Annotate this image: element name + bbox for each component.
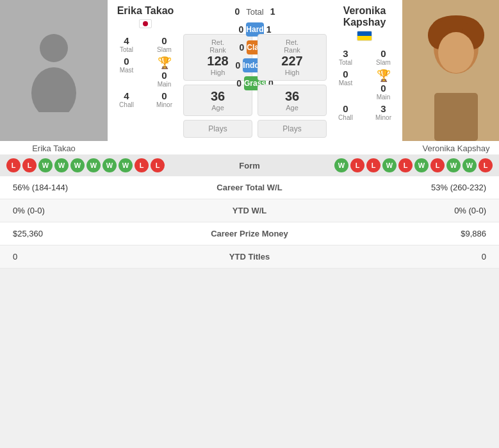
bottom-center-label-2: Career Prize Money xyxy=(186,229,314,238)
left-player-flag xyxy=(139,19,152,28)
bottom-left-val-3: 0 xyxy=(13,252,186,261)
left-age-box: 36 Age xyxy=(183,85,252,116)
right-form-badges: WLLWLWLWWL xyxy=(273,158,493,172)
left-trophy-icon: 🏆 xyxy=(158,56,172,70)
left-minor-stat: 0 Minor xyxy=(148,90,181,108)
left-total-stat: 4 Total xyxy=(110,35,143,53)
right-trophy-icon: 🏆 xyxy=(377,69,391,83)
form-badge-w: W xyxy=(102,158,117,172)
right-rank-high-label: High xyxy=(258,69,326,76)
form-label: Form xyxy=(231,161,269,170)
right-plays-box: Plays xyxy=(258,120,327,138)
form-badge-w: W xyxy=(382,158,397,172)
form-badge-l: L xyxy=(350,158,364,172)
svg-rect-8 xyxy=(434,93,478,141)
left-chall-stat: 4 Chall xyxy=(110,90,143,108)
bottom-right-val-2: $9,886 xyxy=(314,229,487,238)
center-matchup: 0 Total 1 0 Hard 1 0 Clay 0 0 Indoor 0 0 xyxy=(252,0,258,99)
hard-left-score: 0 xyxy=(239,24,244,35)
left-mast-stat: 0 Mast xyxy=(110,56,143,88)
right-player-flag xyxy=(357,31,372,41)
form-badge-l: L xyxy=(366,158,380,172)
right-chall-stat: 0 Chall xyxy=(329,103,362,121)
bottom-right-val-1: 0% (0-0) xyxy=(314,206,487,215)
right-age-box: 36 Age xyxy=(258,85,327,116)
left-rank-high-label: High xyxy=(184,69,252,76)
right-rank-value: 227 xyxy=(258,54,326,69)
bottom-right-val-0: 53% (260-232) xyxy=(314,183,487,192)
right-player-photo-name: Veronika Kapshay xyxy=(423,144,490,153)
form-badge-l: L xyxy=(151,158,165,172)
right-player-name: Veronika Kapshay xyxy=(329,5,400,28)
left-player-name: Erika Takao xyxy=(117,5,174,17)
main-container: Erika Takao Erika Takao 4 Total 0 Slam xyxy=(0,0,499,269)
right-rank-box: Ret. Rank 227 High xyxy=(258,34,327,81)
right-age-label: Age xyxy=(258,104,326,112)
bottom-stats: 56% (184-144)Career Total W/L53% (260-23… xyxy=(0,176,499,269)
svg-point-0 xyxy=(40,34,68,62)
form-badge-w: W xyxy=(70,158,85,172)
bottom-left-val-0: 56% (184-144) xyxy=(13,183,186,192)
form-badge-w: W xyxy=(54,158,69,172)
form-badge-w: W xyxy=(38,158,53,172)
form-badge-w: W xyxy=(462,158,477,172)
form-badge-l: L xyxy=(6,158,20,172)
left-player-photo-name: Erika Takao xyxy=(32,144,76,153)
form-badge-w: W xyxy=(414,158,429,172)
form-badge-w: W xyxy=(86,158,101,172)
form-section: LLWWWWWWLL Form WLLWLWLWWL xyxy=(0,154,499,176)
indoor-left-score: 0 xyxy=(236,60,241,71)
left-slam-stat: 0 Slam xyxy=(148,35,181,53)
right-info-boxes: Ret. Rank 227 High 36 Age Plays xyxy=(258,0,327,145)
left-age-value: 36 xyxy=(184,89,252,104)
form-badge-w: W xyxy=(119,158,133,172)
left-rank-box: Ret. Rank 128 High xyxy=(183,34,252,81)
left-form-badges: LLWWWWWWLL xyxy=(6,158,227,172)
svg-point-7 xyxy=(438,32,474,73)
right-trophy-main: 🏆 0 Main xyxy=(367,69,400,101)
left-info-boxes: Ret. Rank 128 High 36 Age Plays xyxy=(183,0,252,145)
right-minor-stat: 3 Minor xyxy=(367,103,400,121)
left-player-photo xyxy=(0,0,108,141)
form-badge-w: W xyxy=(334,158,348,172)
form-badge-l: L xyxy=(135,158,149,172)
bottom-center-label-0: Career Total W/L xyxy=(186,183,314,192)
bottom-center-label-3: YTD Titles xyxy=(186,252,314,261)
right-stats-panel: Veronika Kapshay 3 Total 0 Slam 0 xyxy=(327,0,402,130)
right-mast-stat: 0 Mast xyxy=(329,69,362,101)
left-rank-value: 128 xyxy=(184,54,252,69)
svg-point-1 xyxy=(31,67,76,112)
right-player-avatar xyxy=(402,0,499,141)
right-age-value: 36 xyxy=(258,89,326,104)
form-badge-l: L xyxy=(479,158,493,172)
left-trophy-main: 🏆 0 Main xyxy=(148,56,181,88)
bottom-stats-row-3: 0YTD Titles0 xyxy=(0,245,499,269)
clay-left-score: 0 xyxy=(240,42,245,53)
bottom-stats-row-0: 56% (184-144)Career Total W/L53% (260-23… xyxy=(0,176,499,199)
form-badge-l: L xyxy=(398,158,413,172)
left-stats-panel: Erika Takao 4 Total 0 Slam 0 Mast xyxy=(108,0,183,117)
right-rank-label: Rank xyxy=(258,46,326,54)
left-age-label: Age xyxy=(184,104,252,112)
right-rank-prefix: Ret. xyxy=(258,38,326,46)
bottom-center-label-1: YTD W/L xyxy=(186,206,314,215)
right-total-stat: 3 Total xyxy=(329,48,362,66)
form-badge-w: W xyxy=(446,158,461,172)
form-badge-l: L xyxy=(22,158,37,172)
bottom-stats-row-2: $25,360Career Prize Money$9,886 xyxy=(0,222,499,245)
left-plays-label: Plays xyxy=(184,124,252,133)
right-player-photo xyxy=(402,0,499,141)
grass-left-score: 0 xyxy=(236,78,241,88)
bottom-left-val-1: 0% (0-0) xyxy=(13,206,186,215)
bottom-left-val-2: $25,360 xyxy=(13,229,186,238)
right-slam-stat: 0 Slam xyxy=(367,48,400,66)
bottom-stats-row-1: 0% (0-0)YTD W/L0% (0-0) xyxy=(0,199,499,222)
left-plays-box: Plays xyxy=(183,120,252,138)
right-plays-label: Plays xyxy=(258,124,326,133)
total-left-score: 0 xyxy=(234,6,240,17)
form-badge-l: L xyxy=(430,158,445,172)
top-comparison: Erika Takao Erika Takao 4 Total 0 Slam xyxy=(0,0,499,153)
bottom-right-val-3: 0 xyxy=(314,252,487,261)
